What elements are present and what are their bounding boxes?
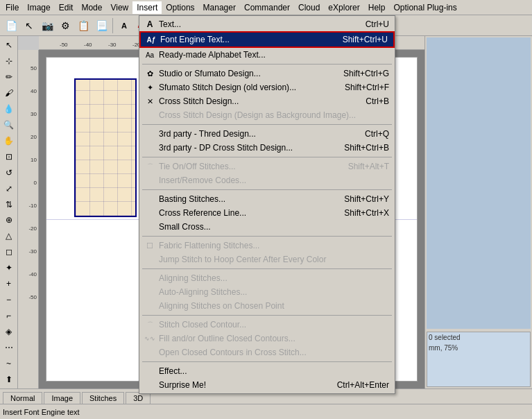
node-tool[interactable]: ◈ — [1, 324, 17, 339]
left-toolbar: ↖ ⊹ ✏ 🖌 💧 🔍 ✋ ⊡ ↺ ⤢ ⇅ ⊕ △ ◻ ✦ + − ⌐ ◈ ⋯ … — [0, 36, 18, 388]
stamp-tool[interactable]: ✦ — [1, 260, 17, 275]
eraser-tool[interactable]: ◻ — [1, 244, 17, 259]
cross-stitch-icon: ✕ — [144, 95, 156, 108]
cursor-button[interactable]: ↖ — [21, 17, 37, 34]
font-engine-icon: Aƒ — [145, 33, 157, 46]
menubar-commander[interactable]: Commander — [240, 1, 294, 14]
menubar-image[interactable]: Image — [23, 1, 54, 14]
corner-tool[interactable]: ⌐ — [1, 308, 17, 323]
sfumato-icon: ✦ — [144, 81, 156, 94]
paint-tool[interactable]: 🖌 — [1, 85, 17, 101]
sep6 — [142, 268, 392, 269]
menu-item-tie-on: ⌒ Tie On/Off Stitches... Shift+Alt+T — [139, 160, 395, 173]
right-panel: 0 selected mm, 75% — [424, 36, 532, 388]
menu-item-fill-outline: ∿∿ Fill and/or Outline Closed Contours..… — [139, 332, 395, 345]
plus-tool[interactable]: + — [1, 276, 17, 291]
ready-made-icon: Aa — [144, 49, 156, 61]
scale-tool[interactable]: ⤢ — [1, 181, 17, 196]
statusbar: Insert Font Engine text — [0, 404, 532, 419]
sep3 — [142, 157, 392, 157]
status-text: Insert Font Engine text — [3, 408, 80, 416]
menu-item-dp-cross[interactable]: 3rd party - DP Cross Stitch Design... Sh… — [139, 141, 395, 155]
crop-tool[interactable]: ⊡ — [1, 149, 17, 164]
menu-item-small-cross[interactable]: Small Cross... — [139, 220, 395, 234]
menu-item-studio[interactable]: ✿ Studio or Sfumato Design... Shift+Ctrl… — [139, 67, 395, 80]
menu-item-cross-ref[interactable]: Cross Reference Line... Shift+Ctrl+X — [139, 206, 395, 220]
menu-item-stitch-closed: ⌒ Stitch Closed Contour... — [139, 318, 395, 332]
select-tool[interactable]: ↖ — [1, 37, 17, 53]
menu-item-basting[interactable]: Basting Stitches... Shift+Ctrl+Y — [139, 192, 395, 206]
menu-item-effect[interactable]: Effect... — [139, 364, 395, 378]
sep1 — [142, 64, 392, 65]
insert-dropdown-menu: A Text... Ctrl+U Aƒ Font Engine Text... … — [139, 15, 395, 394]
contour-tool[interactable]: ⋯ — [1, 340, 17, 355]
sep2 — [142, 124, 392, 125]
zoom-label: mm, 75% — [427, 343, 530, 353]
wave-tool[interactable]: ~ — [1, 356, 17, 371]
flip-tool[interactable]: ⇅ — [1, 197, 17, 212]
preview-panel: 0 selected mm, 75% — [427, 332, 531, 387]
sep8 — [142, 361, 392, 362]
menu-item-aligning: Aligning Stitches... — [139, 271, 395, 285]
sep5 — [142, 236, 392, 237]
menubar-view[interactable]: View — [106, 1, 132, 14]
design-canvas[interactable] — [74, 78, 137, 217]
minus-tool[interactable]: − — [1, 292, 17, 307]
pointer-tool[interactable]: ⬆ — [1, 372, 17, 387]
settings-button[interactable]: ⚙ — [57, 17, 74, 34]
tie-icon: ⌒ — [144, 160, 156, 173]
menu-item-thred[interactable]: 3rd party - Thred Design... Ctrl+Q — [139, 127, 395, 141]
menu-item-cross-stitch[interactable]: ✕ Cross Stitch Design... Ctrl+B — [139, 94, 395, 108]
menubar-explorer[interactable]: eXplorer — [324, 1, 363, 14]
contour-icon: ⌒ — [144, 318, 156, 331]
menu-item-text[interactable]: A Text... Ctrl+U — [139, 17, 395, 31]
menu-item-open-cross: Open Closed Contours in Cross Stitch... — [139, 345, 395, 359]
path-tool[interactable]: △ — [1, 228, 17, 243]
menubar-mode[interactable]: Mode — [77, 1, 106, 14]
sep7 — [142, 315, 392, 316]
sep4 — [142, 189, 392, 190]
menubar-cloud[interactable]: Cloud — [294, 1, 324, 14]
menubar-file[interactable]: File — [1, 1, 23, 14]
hand-tool[interactable]: ✋ — [1, 133, 17, 148]
ruler-left: 50 40 30 20 10 0 -10 -20 -30 -40 -50 — [18, 50, 39, 388]
checkbox-icon: ☐ — [144, 239, 156, 252]
menubar-edit[interactable]: Edit — [55, 1, 78, 14]
menu-item-font-engine[interactable]: Aƒ Font Engine Text... Shift+Ctrl+U — [139, 31, 395, 48]
magnify-tool[interactable]: 🔍 — [1, 117, 17, 132]
camera-button[interactable]: 📷 — [39, 17, 55, 34]
menubar-insert[interactable]: Insert — [132, 1, 162, 14]
wave-icon: ∿∿ — [144, 332, 156, 345]
menu-item-insert-remove: Insert/Remove Codes... — [139, 173, 395, 187]
copy-button[interactable]: 📋 — [75, 17, 92, 34]
menu-item-fabric-flat: ☐ Fabric Flattening Stitches... — [139, 239, 395, 253]
menubar-plugins[interactable]: Optional Plug-ins — [389, 1, 461, 14]
text-icon: A — [144, 18, 156, 31]
new-button[interactable]: 📄 — [3, 17, 19, 34]
document-button[interactable]: 📃 — [93, 17, 110, 34]
tab-normal[interactable]: Normal — [3, 392, 42, 404]
menubar-options[interactable]: Options — [162, 1, 198, 14]
text-tool[interactable]: A — [116, 17, 132, 34]
selected-label: 0 selected — [427, 332, 530, 343]
color-panel — [427, 37, 531, 329]
menu-item-auto-align: Auto-Aligning Stitches... — [139, 285, 395, 299]
draw-tool[interactable]: ✏ — [1, 69, 17, 85]
menu-item-cross-bg: Cross Stitch Design (Design as Backgroun… — [139, 108, 395, 122]
menubar-help[interactable]: Help — [364, 1, 390, 14]
eyedrop-tool[interactable]: 💧 — [1, 101, 17, 117]
menu-item-align-chosen: Aligning Stitches on Chosen Point — [139, 299, 395, 313]
menu-item-jump-stitch: Jump Stitch to Hoop Center After Every C… — [139, 253, 395, 266]
lasso-tool[interactable]: ⊹ — [1, 53, 17, 69]
rotate-tool[interactable]: ↺ — [1, 165, 17, 180]
toolbar-sep1 — [112, 18, 113, 33]
menu-item-sfumato[interactable]: ✦ Sfumato Stitch Design (old version)...… — [139, 80, 395, 94]
studio-icon: ✿ — [144, 67, 156, 80]
menu-item-surprise[interactable]: Surprise Me! Ctrl+Alt+Enter — [139, 378, 395, 392]
menubar: File Image Edit Mode View Insert Options… — [0, 0, 532, 15]
tab-image[interactable]: Image — [44, 392, 80, 404]
menu-item-ready-made[interactable]: Aa Ready-made Alphabet Text... — [139, 48, 395, 62]
tab-stitches[interactable]: Stitches — [82, 392, 124, 404]
menubar-manager[interactable]: Manager — [199, 1, 240, 14]
anchor-tool[interactable]: ⊕ — [1, 212, 17, 228]
